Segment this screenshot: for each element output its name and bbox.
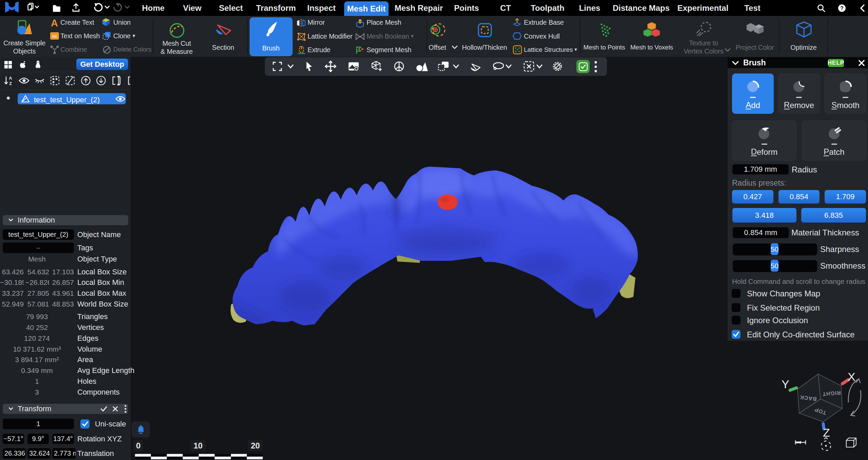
svg-text:X: X — [848, 370, 855, 383]
svg-text:?: ? — [840, 5, 844, 11]
svg-text:Y: Y — [782, 378, 789, 391]
svg-text:cc: cc — [52, 34, 57, 39]
svg-text:Z: Z — [9, 81, 12, 86]
svg-text:A: A — [9, 76, 12, 81]
